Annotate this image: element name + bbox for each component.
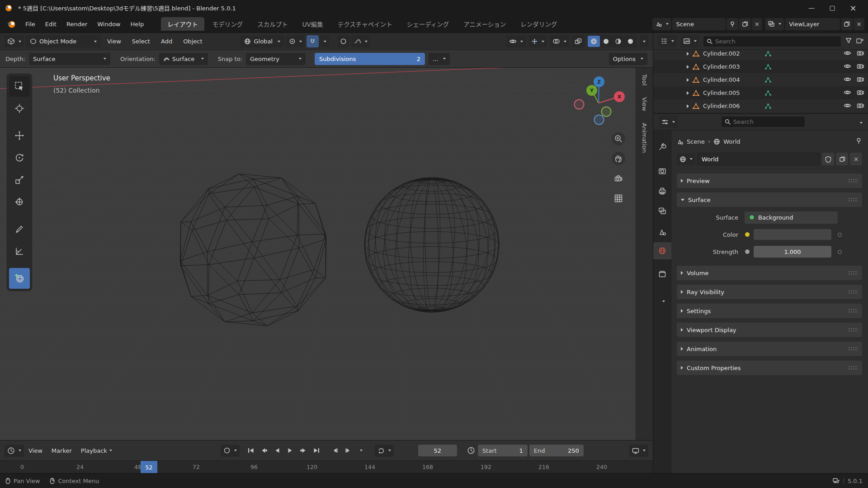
panel-surface[interactable]: Surface: [677, 192, 862, 207]
timeline-ruler[interactable]: 0 24 48 72 96 120 144 168 192 216 240 52: [0, 460, 653, 474]
render-toggle[interactable]: [857, 102, 864, 110]
tab-tool[interactable]: [653, 138, 671, 155]
start-frame-field[interactable]: Start1: [478, 445, 528, 456]
select-box-tool[interactable]: [9, 76, 30, 97]
menu-edit[interactable]: Edit: [41, 18, 61, 30]
measure-tool[interactable]: [9, 241, 30, 262]
outliner-editor-type-button[interactable]: [658, 35, 677, 47]
panel-animation[interactable]: Animation: [677, 342, 862, 356]
panel-viewport-display[interactable]: Viewport Display: [677, 323, 862, 337]
orientation-dropdown[interactable]: Surface: [159, 53, 208, 65]
strength-slider[interactable]: 1.000: [754, 246, 831, 258]
properties-options-button[interactable]: [858, 118, 863, 125]
snap-toggle-button[interactable]: [307, 35, 319, 47]
workspace-tab-animation[interactable]: アニメーション: [457, 17, 512, 31]
expand-icon[interactable]: [687, 104, 689, 108]
navigation-gizmo[interactable]: Z X Y: [565, 72, 633, 129]
playhead[interactable]: 52: [141, 461, 157, 474]
outliner-filter-button[interactable]: [845, 37, 852, 46]
panel-custom-properties[interactable]: Custom Properties: [677, 361, 862, 375]
panel-ray-visibility[interactable]: Ray Visibility: [677, 285, 862, 299]
surface-shader-button[interactable]: Background: [745, 211, 838, 224]
tab-scene[interactable]: [653, 224, 671, 241]
outliner-row[interactable]: Cylinder.005: [653, 86, 868, 99]
workspace-tab-texpaint[interactable]: テクスチャペイント: [331, 17, 399, 31]
xray-toggle-button[interactable]: [572, 35, 585, 47]
frame-forward-button[interactable]: [342, 445, 354, 456]
hide-toggle[interactable]: [844, 50, 851, 58]
overlays-dropdown-button[interactable]: [550, 35, 569, 47]
panel-grip[interactable]: [848, 290, 858, 295]
outliner-row[interactable]: Cylinder.004: [653, 73, 868, 86]
panel-preview[interactable]: Preview: [677, 174, 862, 188]
pivot-point-button[interactable]: [286, 35, 305, 47]
scene-copy-button[interactable]: [739, 18, 751, 30]
add-primitive-tool[interactable]: [9, 268, 30, 289]
breadcrumb-world[interactable]: World: [723, 138, 740, 145]
rotate-tool[interactable]: [9, 147, 30, 168]
expand-icon[interactable]: [687, 65, 689, 69]
shading-material-button[interactable]: [612, 36, 624, 47]
gizmo-neg-x-axis[interactable]: [575, 100, 584, 109]
breadcrumb-scene[interactable]: Scene: [687, 138, 705, 145]
jump-to-start-button[interactable]: [245, 445, 257, 456]
sidebar-tab-tool[interactable]: Tool: [641, 74, 648, 85]
transform-tool[interactable]: [9, 192, 30, 212]
scale-tool[interactable]: [9, 169, 30, 190]
subdivisions-slider[interactable]: Subdivisions 2: [315, 53, 425, 65]
playback-sync-button[interactable]: [375, 445, 394, 457]
auto-keying-button[interactable]: [221, 445, 240, 457]
shading-options-button[interactable]: [640, 35, 648, 47]
timeline-menu-view[interactable]: View: [24, 444, 47, 457]
shading-solid-button[interactable]: [600, 36, 612, 47]
editor-type-button[interactable]: [5, 35, 24, 47]
panel-grip[interactable]: [848, 347, 858, 352]
proportional-falloff-button[interactable]: [351, 35, 370, 47]
duplicate-data-button[interactable]: [836, 153, 848, 165]
menu-window[interactable]: Window: [93, 18, 125, 30]
menu-object[interactable]: Object: [179, 35, 207, 48]
prev-keyframe-button[interactable]: [258, 445, 270, 456]
workspace-tab-uv[interactable]: UV編集: [296, 17, 330, 31]
menu-view[interactable]: View: [103, 35, 126, 48]
blender-menu-button[interactable]: [4, 18, 20, 30]
current-frame-field[interactable]: 52: [418, 445, 457, 456]
end-frame-field[interactable]: End250: [529, 445, 584, 456]
move-tool[interactable]: [9, 125, 30, 146]
play-reverse-button[interactable]: [271, 445, 283, 456]
visibility-dropdown-button[interactable]: [506, 35, 526, 47]
sidebar-tab-view[interactable]: View: [641, 97, 648, 111]
unlink-data-button[interactable]: [850, 153, 862, 165]
hide-toggle[interactable]: [844, 89, 851, 97]
tab-output[interactable]: [653, 183, 671, 200]
jump-to-end-button[interactable]: [311, 445, 323, 456]
properties-search[interactable]: [721, 116, 805, 127]
proportional-edit-button[interactable]: [337, 35, 349, 47]
color-swatch[interactable]: [754, 229, 831, 240]
minimize-button[interactable]: [801, 0, 822, 15]
annotate-tool[interactable]: [9, 219, 30, 239]
maximize-button[interactable]: [822, 0, 843, 15]
outliner-row[interactable]: Cylinder.003: [653, 60, 868, 73]
timeline-editor-type-button[interactable]: [5, 445, 24, 457]
outliner-search[interactable]: [703, 36, 841, 47]
render-toggle[interactable]: [857, 50, 864, 57]
mode-dropdown[interactable]: Object Mode: [26, 35, 101, 47]
properties-editor-type-button[interactable]: [659, 116, 678, 128]
tab-render[interactable]: [653, 163, 671, 180]
frame-step-options-button[interactable]: [355, 445, 368, 456]
workspace-tab-sculpt[interactable]: スカルプト: [251, 17, 294, 31]
more-options-button[interactable]: ...: [429, 53, 450, 65]
workspace-tab-layout[interactable]: レイアウト: [161, 17, 204, 31]
scene-browse-button[interactable]: [652, 18, 671, 30]
snap-options-button[interactable]: [321, 35, 329, 47]
panel-grip[interactable]: [848, 309, 858, 314]
panel-grip[interactable]: [848, 328, 858, 333]
pan-button[interactable]: [612, 152, 625, 165]
scene-unlink-button[interactable]: [752, 18, 763, 30]
expand-icon[interactable]: [687, 91, 689, 95]
close-button[interactable]: [843, 0, 863, 15]
camera-view-button[interactable]: [612, 172, 625, 185]
hide-toggle[interactable]: [844, 102, 851, 110]
render-toggle[interactable]: [857, 76, 864, 84]
